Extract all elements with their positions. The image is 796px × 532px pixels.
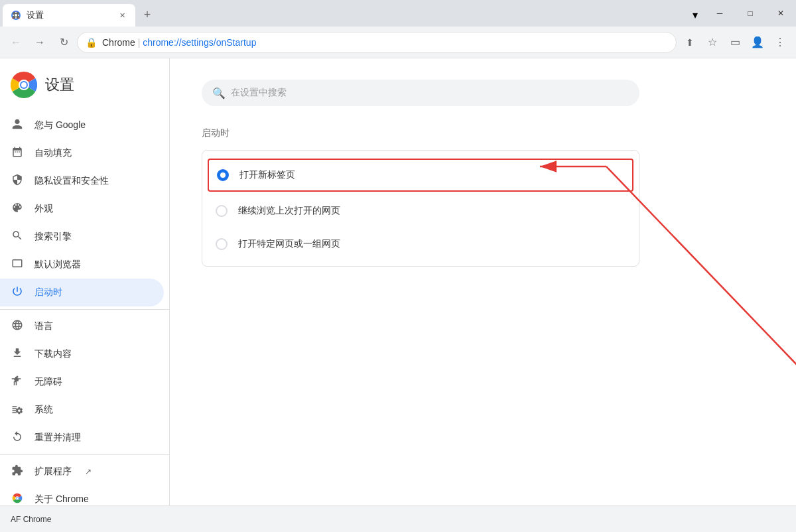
sidebar-item-google[interactable]: 您与 Google: [0, 111, 164, 139]
url-path: chrome://settings/onStartup: [143, 37, 256, 48]
active-tab[interactable]: 设置 ✕: [3, 4, 135, 27]
sidebar-label-reset: 重置并清理: [34, 432, 81, 444]
search-placeholder: 在设置中搜索: [231, 87, 287, 99]
autofill-icon: [11, 146, 24, 161]
sidebar-label-extensions: 扩展程序: [34, 466, 72, 478]
sidebar-label-search: 搜索引擎: [34, 231, 72, 243]
tab-favicon-icon: [11, 10, 21, 21]
sidebar-label-accessibility: 无障碍: [34, 376, 62, 388]
svg-rect-7: [13, 15, 14, 16]
highlight-box: 打开新标签页: [208, 159, 633, 192]
forward-button[interactable]: →: [29, 32, 50, 53]
svg-rect-5: [15, 12, 17, 13]
minimize-button[interactable]: ─: [704, 0, 735, 27]
search-bar[interactable]: 🔍 在设置中搜索: [202, 80, 639, 106]
sidebar-item-startup[interactable]: 启动时: [0, 279, 164, 306]
sidebar-header: 设置: [0, 64, 169, 106]
accessibility-icon: [11, 375, 24, 389]
sidebar-label-browser: 默认浏览器: [34, 259, 81, 271]
svg-point-4: [15, 14, 17, 17]
appearance-icon: [11, 202, 24, 216]
tab-close-button[interactable]: ✕: [117, 10, 127, 21]
sidebar-items: 您与 Google自动填充隐私设置和安全性外观搜索引擎默认浏览器启动时语言下载内…: [0, 111, 169, 513]
url-separator: |: [135, 37, 143, 48]
titlebar: 设置 ✕ + ▾ ─ □ ✕: [0, 0, 796, 27]
sidebar-item-reset[interactable]: 重置并清理: [0, 424, 164, 452]
svg-rect-6: [15, 17, 17, 19]
sidebar-label-system: 系统: [34, 404, 53, 416]
url-domain: Chrome: [102, 37, 135, 48]
menu-button[interactable]: ⋮: [769, 32, 791, 53]
section-title: 启动时: [202, 127, 764, 139]
content-area: 🔍 在设置中搜索 启动时 打开新标签页: [170, 58, 796, 532]
refresh-button[interactable]: ↻: [53, 32, 74, 53]
lock-icon: 🔒: [86, 37, 97, 48]
language-icon: [11, 319, 24, 334]
search-icon: 🔍: [212, 87, 226, 100]
sidebar-label-google: 您与 Google: [34, 119, 86, 131]
tab-dropdown-button[interactable]: ▾: [686, 5, 704, 24]
sidebar-item-search[interactable]: 搜索引擎: [0, 223, 164, 251]
options-card: 打开新标签页 继续浏览上次打开的网页 打开特定网页或一组网页: [202, 150, 639, 267]
sidebar-item-privacy[interactable]: 隐私设置和安全性: [0, 167, 164, 195]
sidebar-item-language[interactable]: 语言: [0, 312, 164, 340]
sidebar-label-language: 语言: [34, 320, 53, 332]
option-specific-label: 打开特定网页或一组网页: [238, 238, 340, 250]
tab-area: 设置 ✕ + ▾: [0, 0, 704, 27]
sidebar: 设置 您与 Google自动填充隐私设置和安全性外观搜索引擎默认浏览器启动时语言…: [0, 58, 170, 532]
sidebar-divider-3: [0, 454, 169, 455]
option-new-tab-label: 打开新标签页: [239, 169, 295, 181]
sidebar-label-startup: 启动时: [34, 287, 62, 299]
sidebar-divider-2: [0, 309, 169, 310]
radio-inner-dot: [220, 172, 226, 178]
browser-icon: [11, 257, 24, 272]
sidebar-item-system[interactable]: 系统: [0, 396, 164, 424]
about-icon: [11, 492, 24, 507]
restore-button[interactable]: □: [735, 0, 765, 27]
back-button[interactable]: ←: [5, 32, 27, 53]
sidebar-item-autofill[interactable]: 自动填充: [0, 139, 164, 167]
sidebar-item-browser[interactable]: 默认浏览器: [0, 251, 164, 279]
extensions-icon: [11, 464, 24, 479]
url-text: Chrome | chrome://settings/onStartup: [102, 37, 668, 48]
downloads-icon: [11, 347, 24, 362]
sidebar-label-autofill: 自动填充: [34, 147, 72, 159]
sidebar-label-appearance: 外观: [34, 203, 53, 215]
external-link-icon: ↗: [85, 467, 92, 476]
main-layout: 设置 您与 Google自动填充隐私设置和安全性外观搜索引擎默认浏览器启动时语言…: [0, 58, 796, 532]
sidebar-button[interactable]: ▭: [724, 32, 746, 53]
addressbar: ← → ↻ 🔒 Chrome | chrome://settings/onSta…: [0, 27, 796, 58]
profile-button[interactable]: 👤: [747, 32, 768, 53]
window-controls: ─ □ ✕: [704, 0, 796, 27]
bottom-bar-text: AF Chrome: [11, 515, 51, 524]
privacy-icon: [11, 174, 24, 188]
close-button[interactable]: ✕: [765, 0, 796, 27]
startup-icon: [11, 285, 24, 300]
system-icon: [11, 403, 24, 417]
option-new-tab[interactable]: 打开新标签页: [209, 160, 632, 190]
option-continue[interactable]: 继续浏览上次打开的网页: [202, 194, 639, 228]
sidebar-label-downloads: 下载内容: [34, 348, 72, 360]
google-icon: [11, 118, 24, 133]
bookmark-button[interactable]: ☆: [702, 32, 723, 53]
address-bar[interactable]: 🔒 Chrome | chrome://settings/onStartup: [77, 32, 677, 53]
radio-specific[interactable]: [216, 238, 228, 250]
bottom-bar: AF Chrome: [0, 505, 796, 532]
sidebar-item-accessibility[interactable]: 无障碍: [0, 368, 164, 396]
sidebar-label-about: 关于 Chrome: [34, 494, 89, 505]
new-tab-button[interactable]: +: [138, 5, 157, 24]
option-specific[interactable]: 打开特定网页或一组网页: [202, 228, 639, 261]
sidebar-label-privacy: 隐私设置和安全性: [34, 175, 109, 187]
reset-icon: [11, 431, 24, 445]
option-continue-label: 继续浏览上次打开的网页: [238, 205, 340, 217]
sidebar-item-downloads[interactable]: 下载内容: [0, 340, 164, 368]
sidebar-item-appearance[interactable]: 外观: [0, 195, 164, 223]
sidebar-title: 设置: [45, 75, 74, 95]
svg-point-12: [21, 82, 27, 88]
sidebar-item-extensions[interactable]: 扩展程序↗: [0, 458, 164, 486]
radio-continue[interactable]: [216, 205, 228, 217]
radio-new-tab[interactable]: [217, 169, 229, 181]
share-button[interactable]: ⬆: [679, 32, 700, 53]
svg-point-17: [17, 498, 19, 499]
tab-title: 设置: [27, 9, 111, 21]
